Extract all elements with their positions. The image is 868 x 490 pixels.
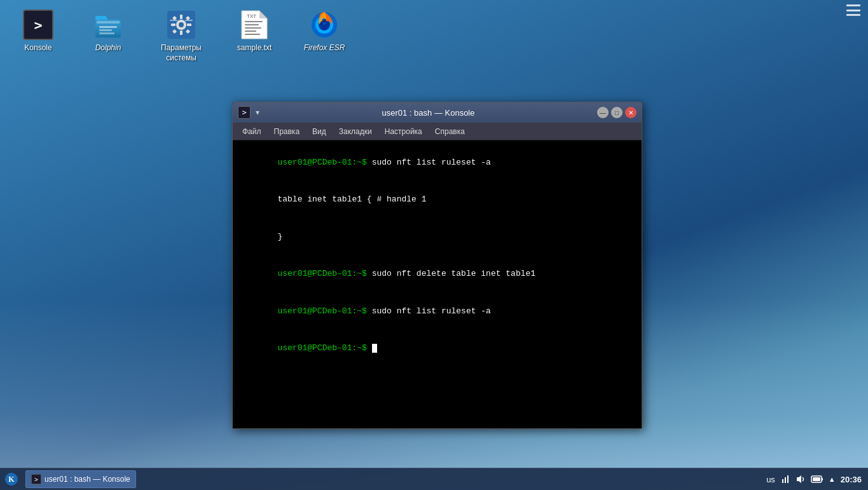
settings-icon-image: [166, 10, 196, 40]
close-button[interactable]: ✕: [625, 107, 637, 118]
svg-rect-23: [245, 34, 260, 35]
desktop-icons-area: Konsole: [13, 6, 350, 66]
svg-text:TXT: TXT: [247, 13, 256, 19]
volume-icon: [796, 474, 806, 484]
taskbar-app-konsole[interactable]: > user01 : bash — Konsole: [25, 470, 136, 488]
maximize-button[interactable]: □: [611, 107, 623, 118]
svg-rect-38: [813, 477, 820, 481]
settings-icon-label: Параметрысистемы: [161, 43, 202, 63]
taskbar-app-icon: >: [31, 474, 41, 484]
svg-rect-21: [245, 27, 261, 29]
kde-logo-icon: K: [4, 472, 18, 486]
cmd-2: sudo nft delete table inet table1: [367, 269, 535, 278]
svg-marker-35: [797, 475, 801, 483]
taskbar-app-label: user01 : bash — Konsole: [45, 475, 130, 484]
svg-rect-5: [99, 32, 114, 34]
svg-rect-3: [99, 26, 117, 28]
minimize-button[interactable]: —: [597, 107, 609, 118]
svg-rect-19: [245, 21, 263, 22]
window-controls: — □ ✕: [597, 107, 637, 118]
hamburger-line-3: [846, 14, 860, 16]
hamburger-line-2: [846, 10, 860, 11]
menu-settings[interactable]: Настройка: [378, 123, 429, 140]
desktop-icon-firefox[interactable]: Firefox ESR: [299, 6, 350, 57]
svg-rect-20: [245, 24, 259, 25]
svg-rect-33: [785, 477, 786, 483]
terminal-body[interactable]: user01@PCDeb-01:~$ sudo nft list ruleset…: [233, 140, 642, 428]
menu-view[interactable]: Вид: [306, 123, 333, 140]
taskbar: K > user01 : bash — Konsole us: [0, 468, 868, 490]
window-titlebar: > ▾ user01 : bash — Konsole — □ ✕: [233, 102, 642, 123]
svg-rect-18: [185, 20, 193, 21]
sample-txt-icon-image: TXT: [239, 10, 270, 40]
window-title: user01 : bash — Konsole: [265, 108, 592, 118]
konsole-icon-label: Konsole: [24, 43, 52, 53]
taskbar-tray: us ▲ 20:36: [766, 474, 868, 484]
term-line-1: user01@PCDeb-01:~$ sudo nft list ruleset…: [238, 144, 637, 181]
svg-rect-2: [97, 21, 120, 24]
dolphin-icon-image: [93, 10, 123, 40]
svg-rect-37: [822, 478, 823, 480]
prompt-1: user01@PCDeb-01:~$: [277, 158, 366, 167]
hamburger-line-1: [846, 4, 860, 6]
svg-point-8: [179, 22, 184, 27]
cmd-4: [367, 343, 372, 353]
network-icon: [780, 474, 790, 484]
firefox-icon-image: [309, 10, 340, 40]
cmd-1: sudo nft list ruleset -a: [367, 158, 491, 167]
dolphin-icon-label: Dolphin: [95, 43, 121, 53]
dolphin-icon-svg: [93, 10, 123, 40]
menu-bookmarks[interactable]: Закладки: [333, 123, 378, 140]
svg-rect-22: [245, 31, 256, 32]
svg-rect-10: [180, 31, 183, 35]
firefox-icon-label: Firefox ESR: [304, 43, 345, 53]
desktop-icon-konsole[interactable]: Konsole: [13, 6, 64, 57]
menu-help[interactable]: Справка: [429, 123, 471, 140]
term-line-6: user01@PCDeb-01:~$: [238, 330, 637, 367]
desktop-icon-dolphin[interactable]: Dolphin: [83, 6, 134, 57]
kde-menu-button[interactable]: K: [0, 468, 22, 491]
prompt-3: user01@PCDeb-01:~$: [277, 306, 366, 316]
terminal-cursor: [372, 344, 377, 353]
svg-rect-17: [170, 20, 177, 21]
output-2: }: [277, 232, 282, 242]
dropdown-arrow[interactable]: ▾: [256, 108, 259, 117]
desktop: Konsole: [0, 0, 868, 490]
desktop-icon-system-settings[interactable]: Параметрысистемы: [153, 6, 210, 66]
cmd-3: sudo nft list ruleset -a: [367, 306, 491, 316]
firefox-icon-svg: [309, 10, 340, 40]
term-line-4: user01@PCDeb-01:~$ sudo nft delete table…: [238, 255, 637, 293]
svg-rect-9: [180, 15, 183, 19]
taskbar-time: 20:36: [841, 475, 862, 484]
title-bar-icon: >: [238, 106, 251, 119]
term-line-3: }: [238, 218, 637, 255]
konsole-icon-graphic: [23, 10, 53, 40]
desktop-menu-button[interactable]: [845, 3, 863, 17]
window-menubar: Файл Правка Вид Закладки Настройка Справ…: [233, 123, 642, 140]
settings-icon-svg: [166, 10, 196, 40]
txt-icon-svg: TXT: [240, 10, 268, 40]
svg-point-29: [323, 22, 326, 25]
term-line-2: table inet table1 { # handle 1: [238, 181, 637, 219]
svg-rect-11: [171, 24, 176, 26]
svg-rect-32: [782, 479, 783, 483]
svg-rect-12: [187, 24, 191, 26]
prompt-2: user01@PCDeb-01:~$: [277, 269, 366, 278]
svg-rect-34: [787, 475, 789, 483]
battery-icon: [811, 474, 823, 484]
term-line-5: user01@PCDeb-01:~$ sudo nft list ruleset…: [238, 292, 637, 330]
tray-expand[interactable]: ▲: [829, 475, 836, 483]
prompt-4: user01@PCDeb-01:~$: [277, 343, 366, 353]
konsole-window: > ▾ user01 : bash — Konsole — □ ✕ Файл П…: [232, 102, 642, 429]
desktop-icon-sample-txt[interactable]: TXT sample.txt: [229, 6, 280, 57]
svg-text:K: K: [8, 475, 15, 484]
output-1: table inet table1 { # handle 1: [277, 194, 426, 204]
menu-edit[interactable]: Правка: [268, 123, 307, 140]
menu-file[interactable]: Файл: [236, 123, 268, 140]
svg-rect-4: [99, 29, 112, 31]
tray-lang[interactable]: us: [766, 475, 775, 484]
konsole-icon-image: [23, 10, 53, 40]
sample-txt-icon-label: sample.txt: [237, 43, 272, 53]
